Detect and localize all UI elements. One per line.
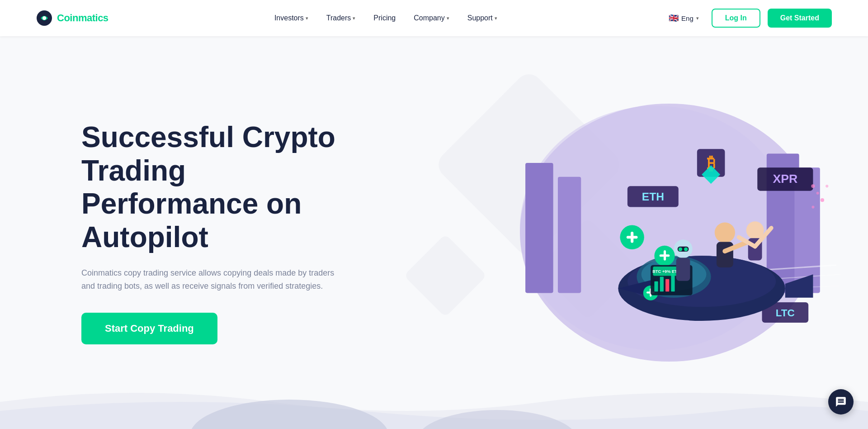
flag-icon: 🇬🇧: [669, 14, 679, 22]
svg-point-45: [715, 222, 735, 243]
svg-point-61: [811, 205, 814, 208]
hero-section: Successful Crypto Trading Performance on…: [0, 36, 868, 429]
support-chevron: ▾: [495, 15, 497, 21]
nav-pricing[interactable]: Pricing: [366, 10, 403, 26]
investors-chevron: ▾: [306, 15, 308, 21]
svg-rect-8: [558, 177, 581, 293]
svg-text:XPR: XPR: [773, 172, 797, 186]
chat-icon: [835, 396, 847, 408]
svg-rect-42: [671, 273, 675, 291]
svg-point-52: [684, 248, 688, 251]
svg-rect-39: [654, 281, 658, 292]
language-chevron: ▾: [696, 15, 699, 21]
nav-right: 🇬🇧 Eng ▾ Log In Get Started: [663, 9, 832, 28]
svg-text:LTC: LTC: [776, 307, 795, 319]
svg-point-1: [42, 16, 46, 20]
svg-rect-40: [660, 277, 664, 292]
language-label: Eng: [681, 14, 693, 22]
svg-rect-49: [676, 257, 690, 281]
traders-chevron: ▾: [353, 15, 355, 21]
svg-point-60: [826, 185, 828, 187]
svg-rect-31: [631, 232, 633, 243]
start-copy-trading-button[interactable]: Start Copy Trading: [81, 313, 217, 344]
svg-rect-46: [717, 242, 733, 267]
get-started-button[interactable]: Get Started: [768, 9, 832, 28]
hero-title: Successful Crypto Trading Performance on…: [81, 121, 344, 254]
language-selector[interactable]: 🇬🇧 Eng ▾: [663, 11, 704, 26]
svg-rect-34: [664, 250, 666, 261]
logo-text: Coinmatics: [57, 12, 108, 24]
nav-company[interactable]: Company ▾: [406, 10, 456, 26]
nav-support[interactable]: Support ▾: [460, 10, 505, 26]
nav-traders[interactable]: Traders ▾: [319, 10, 363, 26]
svg-point-59: [821, 198, 824, 202]
nav-links: Investors ▾ Traders ▾ Pricing Company ▾ …: [267, 10, 505, 26]
logo-icon: [36, 10, 52, 26]
svg-point-57: [811, 184, 815, 188]
svg-rect-4: [404, 234, 487, 317]
svg-rect-41: [665, 279, 669, 292]
hero-illustration: XPR ETH LTC ₿: [488, 92, 841, 373]
svg-point-51: [679, 248, 682, 251]
login-button[interactable]: Log In: [712, 9, 760, 28]
chat-button[interactable]: [828, 389, 854, 415]
logo[interactable]: Coinmatics: [36, 10, 108, 26]
bottom-wave: [0, 375, 868, 429]
navbar: Coinmatics Investors ▾ Traders ▾ Pricing…: [0, 0, 868, 36]
company-chevron: ▾: [447, 15, 449, 21]
svg-rect-7: [525, 163, 553, 293]
hero-subtitle: Coinmatics copy trading service allows c…: [81, 267, 335, 293]
svg-text:ETH: ETH: [642, 191, 664, 203]
hero-content: Successful Crypto Trading Performance on…: [0, 121, 344, 344]
svg-point-58: [816, 192, 819, 195]
nav-investors[interactable]: Investors ▾: [267, 10, 316, 26]
hero-illustration-container: XPR ETH LTC ₿: [488, 92, 841, 373]
